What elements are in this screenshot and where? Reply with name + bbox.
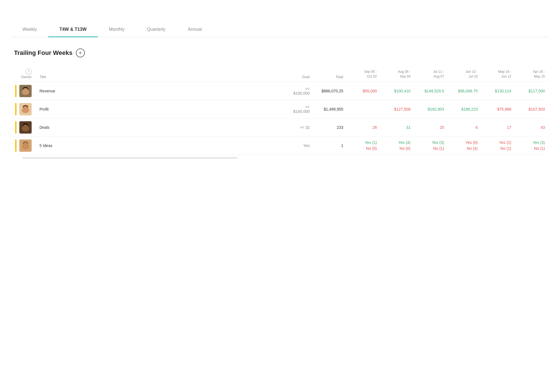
col-header-p5: May 16 - Jun 12 bbox=[482, 66, 515, 82]
cell-deals-p6: 43 bbox=[515, 118, 549, 137]
cell-5ideas-p3: Yes (3) No (1) bbox=[414, 137, 448, 155]
cell-title-deals: Deals bbox=[36, 118, 286, 137]
cell-5ideas-p2: Yes (4) No (0) bbox=[381, 137, 414, 155]
cell-goal-revenue: >= $100,000 bbox=[286, 82, 314, 100]
cell-revenue-p6: $117,500 bbox=[515, 82, 549, 100]
cell-profit-p3: $192,903 bbox=[414, 100, 448, 118]
cell-deals-p5: 17 bbox=[482, 118, 515, 137]
cell-total-deals: 233 bbox=[314, 118, 347, 137]
cell-deals-p2: 31 bbox=[381, 118, 414, 137]
tab-weekly[interactable]: Weekly bbox=[11, 22, 48, 37]
col-header-goal: Goal bbox=[286, 66, 314, 82]
yellow-indicator bbox=[15, 85, 17, 97]
col-header-p6: Apr 18 - May 15 bbox=[515, 66, 549, 82]
cell-revenue-p2: $100,410 bbox=[381, 82, 414, 100]
cell-owner-5ideas bbox=[11, 137, 36, 155]
cell-total-profit: $1,499,955 bbox=[314, 100, 347, 118]
tab-annual[interactable]: Annual bbox=[177, 22, 213, 37]
cell-deals-p1: 28 bbox=[347, 118, 381, 137]
cell-title-revenue: Revenue bbox=[36, 82, 286, 100]
avatar[interactable] bbox=[19, 121, 32, 134]
col-header-p3: Jul 11 - Aug 07 bbox=[414, 66, 448, 82]
cell-profit-p1 bbox=[347, 100, 381, 118]
cell-title-5ideas: 5 Ideas bbox=[36, 137, 286, 155]
col-header-p4: Jun 13 - Jul 10 bbox=[448, 66, 482, 82]
owner-help-icon[interactable]: ? bbox=[25, 69, 32, 75]
col-header-title: Title bbox=[36, 66, 286, 82]
cell-owner-revenue bbox=[11, 82, 36, 100]
col-header-total: Total bbox=[314, 66, 347, 82]
cell-owner-deals bbox=[11, 118, 36, 137]
table-row: Deals>= 3223328312561743 bbox=[11, 118, 549, 137]
table-row: 5 IdeasYes1 Yes (1) No (0) Yes (4) No (0… bbox=[11, 137, 549, 155]
cell-revenue-p4: $96,006.75 bbox=[448, 82, 482, 100]
avatar[interactable] bbox=[19, 103, 32, 115]
tab-quarterly[interactable]: Quarterly bbox=[136, 22, 177, 37]
cell-goal-deals: >= 32 bbox=[286, 118, 314, 137]
table-row: Revenue>= $100,000$886,070.25$55,000$100… bbox=[11, 82, 549, 100]
yellow-indicator bbox=[15, 139, 17, 152]
col-header-p2: Aug 08 - Sep 04 bbox=[381, 66, 414, 82]
col-header-owner: ? Owner bbox=[11, 66, 36, 82]
cell-5ideas-p5: Yes (2) No (1) bbox=[482, 137, 515, 155]
cell-deals-p3: 25 bbox=[414, 118, 448, 137]
cell-goal-profit: >= $140,000 bbox=[286, 100, 314, 118]
cell-revenue-p5: $130,124 bbox=[482, 82, 515, 100]
cell-profit-p4: $186,223 bbox=[448, 100, 482, 118]
cell-5ideas-p6: Yes (3) No (1) bbox=[515, 137, 549, 155]
cell-5ideas-p4: Yes (0) No (4) bbox=[448, 137, 482, 155]
cell-goal-5ideas: Yes bbox=[286, 137, 314, 155]
cell-title-profit: Profit bbox=[36, 100, 286, 118]
section-title: Trailing Four Weeks bbox=[14, 49, 73, 57]
svg-point-14 bbox=[23, 125, 28, 127]
cell-owner-profit bbox=[11, 100, 36, 118]
yellow-indicator bbox=[15, 103, 17, 115]
col-header-p1: Sep 05 - Oct 02 bbox=[347, 66, 381, 82]
svg-point-19 bbox=[23, 143, 28, 146]
cell-total-5ideas: 1 bbox=[314, 137, 347, 155]
cell-deals-p4: 6 bbox=[448, 118, 482, 137]
metrics-table: ? Owner Title Goal Total Sep 05 - Oct 02… bbox=[11, 66, 549, 155]
avatar[interactable] bbox=[19, 139, 32, 152]
tabs-nav: Weekly T4W & T13W Monthly Quarterly Annu… bbox=[11, 22, 549, 37]
avatar[interactable] bbox=[19, 85, 32, 97]
svg-point-4 bbox=[23, 88, 28, 91]
table-row: Profit>= $140,000$1,499,955$127,508$192,… bbox=[11, 100, 549, 118]
yellow-indicator bbox=[15, 121, 17, 134]
svg-point-9 bbox=[23, 106, 28, 109]
cell-revenue-p3: $149,529.5 bbox=[414, 82, 448, 100]
tab-t4w-t13w[interactable]: T4W & T13W bbox=[48, 22, 98, 37]
cell-5ideas-p1: Yes (1) No (0) bbox=[347, 137, 381, 155]
section-header: Trailing Four Weeks + bbox=[11, 48, 549, 57]
cell-profit-p2: $127,508 bbox=[381, 100, 414, 118]
cell-total-revenue: $886,070.25 bbox=[314, 82, 347, 100]
horizontal-scrollbar[interactable] bbox=[22, 157, 237, 159]
add-metric-button[interactable]: + bbox=[76, 48, 85, 57]
cell-profit-p5: $75,968 bbox=[482, 100, 515, 118]
tab-monthly[interactable]: Monthly bbox=[98, 22, 136, 37]
cell-profit-p6: $107,503 bbox=[515, 100, 549, 118]
cell-revenue-p1: $55,000 bbox=[347, 82, 381, 100]
